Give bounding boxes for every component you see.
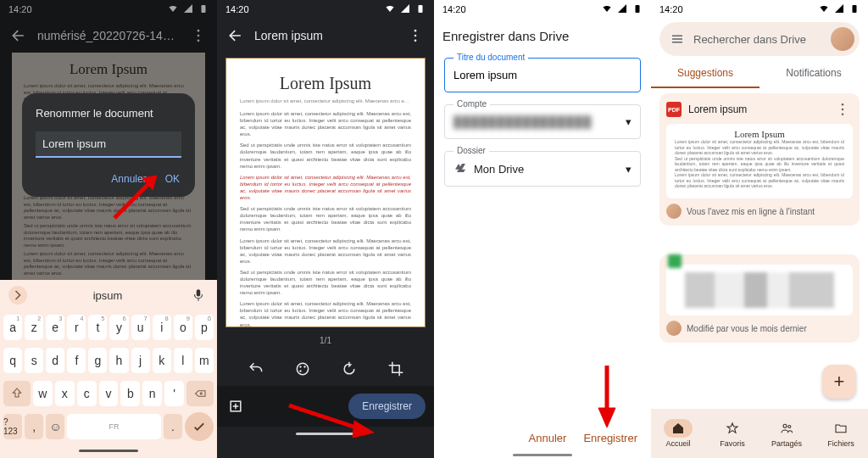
key[interactable]: ' (164, 381, 184, 406)
drive-icon (453, 162, 467, 176)
battery-icon (849, 3, 860, 14)
backspace-key[interactable] (186, 381, 214, 406)
save-button[interactable]: Enregistrer (348, 394, 426, 419)
period-key[interactable]: . (164, 414, 182, 439)
rotate-icon[interactable] (339, 359, 359, 379)
edit-toolbar (217, 352, 434, 386)
key[interactable]: d (46, 348, 64, 373)
key[interactable]: 9o (174, 315, 192, 340)
cancel-button[interactable]: Annuler (109, 170, 147, 188)
key[interactable]: 6y (109, 315, 128, 340)
save-button[interactable]: Enregistrer (583, 432, 637, 444)
status-icons (816, 3, 860, 15)
key[interactable]: s (25, 348, 43, 373)
svg-point-8 (415, 30, 417, 32)
file-meta-text: Modifié par vous le mois dernier (687, 324, 807, 333)
svg-point-24 (842, 114, 844, 116)
dialog-title: Renommer le document (36, 107, 181, 120)
avatar[interactable] (831, 27, 854, 51)
back-icon[interactable] (225, 25, 246, 46)
tutorial-arrow-icon (590, 361, 624, 429)
key[interactable]: 7u (131, 315, 150, 340)
key[interactable]: v (99, 381, 119, 406)
key[interactable]: 0p (195, 315, 214, 340)
signal-icon (834, 3, 844, 14)
rename-input[interactable] (36, 131, 181, 158)
status-bar: 14:20 (217, 0, 434, 19)
svg-point-12 (299, 366, 301, 368)
status-bar: 14:20 (434, 0, 651, 19)
gesture-bar (0, 443, 217, 458)
key[interactable]: 8i (153, 315, 171, 340)
shift-key[interactable] (3, 381, 31, 406)
space-key[interactable]: FR (67, 414, 161, 439)
key[interactable]: x (55, 381, 75, 406)
svg-point-22 (842, 103, 844, 106)
nav-home[interactable]: Accueil (651, 409, 705, 458)
key[interactable]: f (67, 348, 86, 373)
key[interactable]: 2z (25, 315, 43, 340)
ok-button[interactable]: OK (164, 170, 181, 188)
tab-notifications[interactable]: Notifications (760, 59, 868, 88)
menu-icon[interactable] (670, 31, 685, 47)
key[interactable]: b (120, 381, 140, 406)
undo-icon[interactable] (246, 359, 266, 379)
status-time: 14:20 (225, 4, 249, 14)
keyboard-row-3: w x c v b n ' (0, 377, 217, 410)
tab-suggestions[interactable]: Suggestions (651, 59, 760, 88)
key[interactable]: h (109, 348, 128, 373)
crop-icon[interactable] (386, 359, 406, 379)
key[interactable]: l (174, 348, 192, 373)
fab-new[interactable]: + (822, 365, 856, 399)
key[interactable]: 3e (46, 315, 64, 340)
svg-point-11 (297, 363, 308, 374)
svg-rect-6 (197, 289, 201, 296)
key[interactable]: w (33, 381, 53, 406)
more-icon[interactable] (405, 25, 426, 46)
nav-starred[interactable]: Favoris (705, 409, 760, 458)
enter-key[interactable] (185, 412, 214, 441)
key[interactable]: 4r (67, 315, 86, 340)
chevron-right-icon[interactable] (8, 286, 27, 304)
add-page-icon[interactable] (225, 396, 246, 416)
search-bar[interactable]: Rechercher dans Drive (659, 22, 860, 56)
comma-key[interactable]: , (25, 414, 43, 439)
file-card[interactable]: PDF Lorem ipsum Lorem Ipsum Lorem ipsum … (659, 93, 860, 226)
key[interactable]: c (77, 381, 97, 406)
key[interactable]: n (142, 381, 162, 406)
document-preview[interactable]: Lorem Ipsum Lorem ipsum dolor sit amet, … (225, 58, 426, 327)
file-card[interactable]: Modifié par vous le mois dernier (659, 254, 860, 343)
account-field[interactable]: Compte ████████████████ ▾ (444, 104, 641, 139)
title-field[interactable]: Titre du document (444, 58, 641, 92)
key[interactable]: j (131, 348, 150, 373)
keyboard-row-1: 1a 2z 3e 4r 5t 6y 7u 8i 9o 0p (0, 310, 217, 344)
symbols-key[interactable]: ?123 (3, 414, 22, 439)
key[interactable]: m (195, 348, 214, 373)
file-thumbnail: Lorem Ipsum Lorem ipsum dolor sit amet, … (666, 124, 853, 198)
key[interactable]: g (88, 348, 107, 373)
star-icon (726, 422, 739, 435)
key[interactable]: q (3, 348, 22, 373)
key[interactable]: 5t (88, 315, 107, 340)
nav-files[interactable]: Fichiers (814, 409, 868, 458)
mic-icon[interactable] (188, 285, 209, 305)
svg-point-25 (783, 424, 787, 427)
status-icons (382, 3, 426, 15)
keyboard-suggestion[interactable]: ipsum (34, 289, 181, 302)
battery-icon (415, 3, 426, 14)
key[interactable]: k (153, 348, 171, 373)
palette-icon[interactable] (292, 359, 313, 379)
title-input[interactable] (445, 59, 640, 92)
account-value: ████████████████ (453, 115, 592, 128)
emoji-key[interactable]: ☺ (46, 414, 64, 439)
folder-icon (834, 422, 848, 435)
nav-shared[interactable]: Partagés (760, 409, 814, 458)
cancel-button[interactable]: Annuler (529, 432, 567, 444)
top-bar: Lorem ipsum (217, 19, 434, 53)
folder-field[interactable]: Dossier Mon Drive ▾ (444, 151, 641, 187)
svg-point-10 (415, 40, 417, 42)
wifi-icon (819, 3, 829, 14)
key[interactable]: 1a (3, 315, 22, 340)
svg-marker-20 (598, 408, 615, 427)
more-icon[interactable] (832, 99, 853, 120)
